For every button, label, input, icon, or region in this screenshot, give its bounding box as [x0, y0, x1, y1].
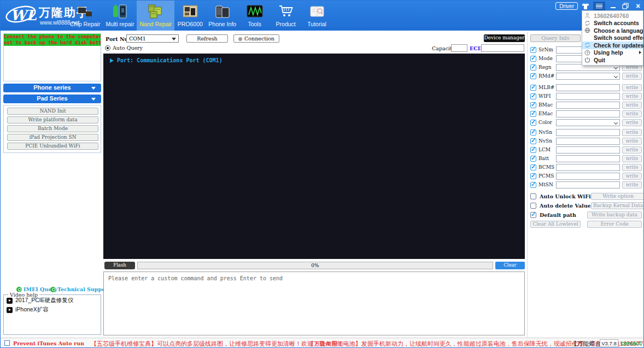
phone-series-button[interactable]: Phone series: [3, 84, 101, 92]
clear-display-button[interactable]: Clear Display: [495, 262, 525, 269]
rmd-checkbox[interactable]: [530, 73, 536, 79]
regn-checkbox[interactable]: [530, 64, 536, 70]
menu-item-switch-sound-effects[interactable]: Switch sound effects: [582, 34, 643, 42]
close-icon[interactable]: ×: [633, 2, 643, 10]
ecid-input[interactable]: [481, 44, 524, 52]
toolbar-item-multi-repair[interactable]: Multi repair: [103, 1, 137, 31]
console-output: Port: Communications Port (COM1): [103, 54, 525, 259]
action-button-write-platform-data[interactable]: Write platform data: [7, 116, 98, 123]
menu-item-label: Switch accounts: [594, 20, 639, 26]
chip-repair-icon: [76, 3, 95, 20]
srnm-checkbox[interactable]: [530, 47, 536, 53]
batt-checkbox[interactable]: [530, 156, 536, 162]
capacity-input[interactable]: [451, 44, 467, 52]
auto-query-radio[interactable]: Auto Query: [105, 45, 143, 51]
write-button-wifi[interactable]: write: [622, 93, 642, 100]
write-button-lcm[interactable]: write: [622, 146, 642, 154]
bcms-checkbox[interactable]: [530, 164, 536, 170]
bcms-input[interactable]: [556, 164, 620, 171]
action-button-pcie-unbundled-wifi[interactable]: PCIE Unbundled WiFi: [7, 143, 98, 150]
pad-series-button[interactable]: Pad Series: [3, 95, 101, 103]
toolbar-item-tutorial[interactable]: Tutorial: [301, 1, 332, 31]
batt-input[interactable]: [556, 155, 620, 162]
device-manager-button[interactable]: Device manager: [484, 34, 525, 42]
connection-button[interactable]: Connection: [233, 34, 279, 43]
emac-checkbox[interactable]: [530, 111, 536, 117]
write-button-pcms[interactable]: write: [622, 173, 642, 180]
auto-unlock-wifi-checkbox[interactable]: [530, 193, 536, 199]
write-button-emac[interactable]: write: [622, 110, 642, 117]
flash-restart-button[interactable]: Flash Restart: [104, 262, 135, 269]
default-path-checkbox[interactable]: [530, 212, 536, 218]
lcm-checkbox[interactable]: [530, 147, 536, 153]
auto-delete-value-checkbox[interactable]: [530, 203, 536, 209]
contact-us-link[interactable]: contact us: [620, 340, 644, 348]
nvsn-input[interactable]: [556, 138, 620, 145]
action-button-nand-init[interactable]: NAND Init: [7, 108, 98, 115]
bmac-checkbox[interactable]: [530, 102, 536, 108]
action-button-ipad-projection-sn[interactable]: iPad Projection SN: [7, 134, 98, 141]
backup-kernal-data-button[interactable]: Backup Kernal Data: [591, 202, 644, 209]
bmac-input[interactable]: [556, 102, 620, 109]
nvsn-input[interactable]: [556, 129, 620, 136]
write-button-rmd[interactable]: write: [622, 73, 642, 80]
write-button-nvsn[interactable]: write: [622, 129, 642, 136]
menu-item-label: Choose a language: [594, 27, 644, 34]
mode-checkbox[interactable]: [530, 56, 536, 62]
clear-all-lowlevel-button[interactable]: Clear All Lowlevel: [530, 221, 581, 228]
command-input-box[interactable]: Please enter a custom command and press …: [103, 272, 525, 335]
prevent-itunes-checkbox[interactable]: [4, 340, 10, 346]
nvsn-checkbox[interactable]: [530, 138, 536, 144]
action-button-batch-mode[interactable]: Batch Mode: [7, 125, 98, 132]
color-select[interactable]: [556, 119, 620, 126]
emac-input[interactable]: [556, 110, 620, 117]
toolbar-item-phone-info[interactable]: Phone Info: [206, 1, 239, 31]
write-button-mlb[interactable]: write: [622, 84, 642, 91]
menu-item-quit[interactable]: Quit: [582, 56, 643, 64]
wifi-checkbox[interactable]: [530, 93, 536, 99]
video-help-item[interactable]: iPhoneX扩容: [7, 306, 101, 314]
toolbar-item-nand-repair[interactable]: Nand Repair: [137, 1, 174, 31]
mlb-checkbox[interactable]: [530, 85, 536, 91]
menu-item-13602640760[interactable]: 13602640760: [582, 12, 643, 20]
pcms-checkbox[interactable]: [530, 173, 536, 179]
toolbar-item-product[interactable]: Product: [270, 1, 301, 31]
write-option-button[interactable]: Write option: [591, 193, 644, 200]
video-help-item[interactable]: 2017_PCIE硬盘修复仪: [7, 297, 101, 304]
minimize-icon[interactable]: [608, 2, 618, 10]
port-select[interactable]: COM1: [126, 34, 179, 43]
lcm-input[interactable]: [556, 146, 620, 154]
mlb-input[interactable]: [556, 84, 620, 91]
write-backup-data-button[interactable]: Write backup data: [587, 211, 642, 219]
pcms-input[interactable]: [556, 173, 620, 180]
toolbar-item-pro6000[interactable]: PRO6000: [174, 1, 206, 31]
nvsn-checkbox[interactable]: [530, 129, 536, 135]
query-info-button[interactable]: Query Info: [530, 34, 581, 42]
restore-icon[interactable]: [620, 2, 630, 10]
color-checkbox[interactable]: [530, 120, 536, 126]
toolbar-item-tools[interactable]: Tools: [239, 1, 270, 31]
mtsn-checkbox[interactable]: [530, 182, 536, 188]
refresh-button[interactable]: Refresh: [186, 34, 228, 43]
menu-item-using-help[interactable]: ?Using help: [582, 49, 643, 57]
menu-item-check-for-updates[interactable]: Check for updates: [582, 42, 643, 49]
write-button-batt[interactable]: write: [622, 155, 642, 162]
menu-item-switch-accounts[interactable]: Switch accounts: [582, 20, 643, 27]
mtsn-input[interactable]: [556, 181, 620, 188]
driver-button[interactable]: Driver: [555, 2, 578, 10]
write-button-color[interactable]: write: [622, 119, 642, 126]
toolbar-item-label: Tools: [248, 21, 261, 27]
technical-support-link[interactable]: Technical Support: [50, 286, 110, 292]
write-button-nvsn[interactable]: write: [622, 138, 642, 145]
rmd-select[interactable]: [556, 73, 620, 80]
theme-shirt-icon[interactable]: [581, 2, 590, 10]
write-button-mtsn[interactable]: write: [622, 181, 642, 188]
wifi-input[interactable]: [556, 93, 620, 100]
menu-hamburger-icon[interactable]: [593, 2, 605, 10]
port-select-value: COM1: [129, 36, 146, 42]
write-button-bmac[interactable]: write: [622, 102, 642, 109]
toolbar-item-chip-repair[interactable]: Chip Repair: [67, 1, 103, 31]
write-button-bcms[interactable]: write: [622, 164, 642, 171]
menu-item-choose-a-language[interactable]: Choose a language: [582, 27, 643, 34]
error-code-button[interactable]: Error Code: [587, 221, 642, 228]
